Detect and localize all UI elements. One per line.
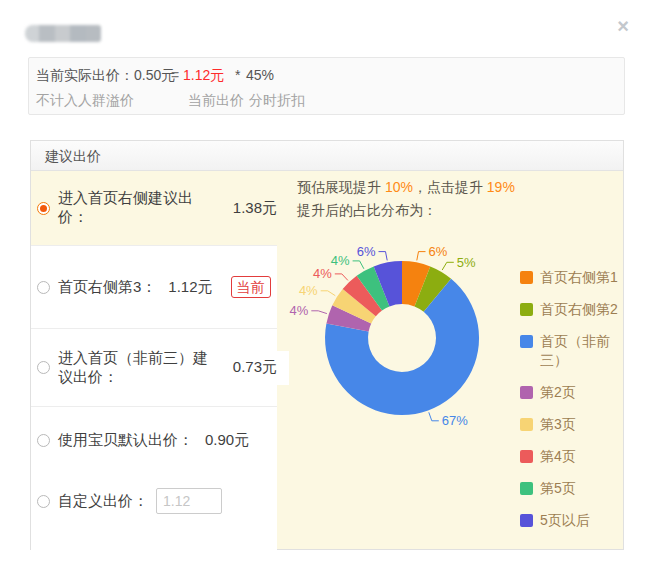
legend-swatch [520, 418, 533, 431]
slice-percent-label: 5% [457, 255, 476, 270]
label-leader-line [429, 412, 439, 421]
bid-option-custom[interactable]: 自定义出价： [31, 488, 277, 514]
legend-swatch [520, 271, 533, 284]
option-label: 进入首页（非前三）建议出价： [58, 349, 221, 387]
bid-option-homepage-not-top3[interactable]: 进入首页（非前三）建议出价： 0.73元 [31, 329, 277, 407]
legend-label: 首页（非前三） [540, 332, 622, 370]
legend-item: 第5页 [520, 479, 622, 498]
radio-custom-bid[interactable] [37, 495, 50, 508]
slice-percent-label: 6% [429, 244, 448, 259]
suggested-bid-panel: 建议出价 预估展现提升 10%，点击提升 19% 提升后的占比分布为： 6%5%… [30, 140, 624, 550]
slice-percent-label: 4% [299, 283, 318, 298]
current-price-value: 1.12元 [183, 67, 224, 85]
note-time-discount: 分时折扣 [249, 92, 305, 110]
estimate-text1: 预估展现提升 [297, 179, 385, 195]
estimate-line2: 提升后的占比分布为： [297, 202, 437, 220]
discount-value: 45% [246, 67, 274, 83]
legend-item: 第3页 [520, 415, 622, 434]
slice-percent-label: 67% [442, 413, 468, 428]
slice-percent-label: 4% [290, 303, 309, 318]
radio-homepage-not-top3[interactable] [37, 361, 50, 374]
label-leader-line [379, 252, 388, 261]
legend-item: 第2页 [520, 383, 622, 402]
legend-swatch [520, 514, 533, 527]
slice-percent-label: 6% [357, 244, 376, 259]
legend-swatch [520, 386, 533, 399]
click-lift-value: 19% [487, 179, 515, 195]
option-value: 1.38元 [233, 199, 277, 218]
donut-chart: 6%5%67%4%4%4%4%6% [277, 231, 522, 443]
legend-label: 首页右侧第2 [540, 300, 618, 319]
legend-label: 第5页 [540, 479, 576, 498]
label-leader-line [353, 261, 364, 269]
legend-swatch [520, 482, 533, 495]
option-value: 1.12元 [168, 278, 212, 297]
legend-label: 首页右侧第1 [540, 268, 618, 287]
bid-option-group: 使用宝贝默认出价： 0.90元 自定义出价： [31, 431, 277, 571]
legend-label: 第2页 [540, 383, 576, 402]
radio-item-default[interactable] [37, 434, 50, 447]
label-leader-line [417, 252, 426, 261]
radio-homepage-right-3rd[interactable] [37, 281, 50, 294]
label-leader-line [321, 291, 336, 296]
bid-option-item-default[interactable]: 使用宝贝默认出价： 0.90元 [31, 431, 277, 450]
slice-percent-label: 4% [313, 266, 332, 281]
bid-option-homepage-right[interactable]: 进入首页右侧建议出价： 1.38元 [31, 171, 277, 246]
legend-swatch [520, 335, 533, 348]
bid-options-list: 进入首页右侧建议出价： 1.38元 首页右侧第3： 1.12元 当前 进入首页（… [31, 171, 277, 549]
option-value: 0.73元 [233, 358, 277, 377]
legend-swatch [520, 303, 533, 316]
chart-legend: 首页右侧第1首页右侧第2首页（非前三）第2页第3页第4页第5页5页以后 [520, 268, 622, 543]
note-no-crowd-premium: 不计入人群溢价 [36, 92, 134, 110]
multiply-sign: * [235, 67, 240, 83]
option-label: 首页右侧第3： [58, 278, 156, 297]
label-leader-line [335, 274, 348, 281]
legend-item: 第4页 [520, 447, 622, 466]
estimate-text2: ，点击提升 [413, 179, 487, 195]
legend-item: 首页（非前三） [520, 332, 622, 370]
estimate-chart-pane: 预估展现提升 10%，点击提升 19% 提升后的占比分布为： 6%5%67%4%… [277, 171, 623, 549]
label-leader-line [311, 311, 327, 314]
actual-bid-label: 当前实际出价：0.50元 [36, 67, 175, 85]
legend-swatch [520, 450, 533, 463]
radio-homepage-right[interactable] [37, 202, 50, 215]
legend-item: 首页右侧第2 [520, 300, 622, 319]
legend-item: 5页以后 [520, 511, 622, 530]
current-badge: 当前 [231, 276, 271, 298]
option-label: 使用宝贝默认出价： [58, 431, 193, 450]
note-current-bid: 当前出价 [188, 92, 244, 110]
legend-item: 首页右侧第1 [520, 268, 622, 287]
redacted-title [25, 25, 101, 42]
option-value: 0.90元 [205, 431, 249, 450]
legend-label: 5页以后 [540, 511, 590, 530]
panel-title: 建议出价 [31, 141, 623, 171]
current-bid-summary: 当前实际出价：0.50元 = 1.12元 * 45% 不计入人群溢价 当前出价 … [28, 57, 625, 115]
custom-bid-input[interactable] [156, 488, 222, 514]
estimate-line1: 预估展现提升 10%，点击提升 19% [297, 179, 515, 197]
close-icon[interactable]: × [611, 14, 635, 38]
label-overflow-patch [277, 351, 289, 385]
legend-label: 第4页 [540, 447, 576, 466]
bid-option-homepage-right-3rd[interactable]: 首页右侧第3： 1.12元 当前 [31, 246, 277, 329]
impression-lift-value: 10% [385, 179, 413, 195]
option-label: 进入首页右侧建议出价： [58, 189, 221, 227]
equals-sign: = [171, 67, 179, 83]
label-leader-line [442, 262, 454, 270]
legend-label: 第3页 [540, 415, 576, 434]
slice-percent-label: 4% [331, 253, 350, 268]
option-label: 自定义出价： [58, 492, 148, 511]
